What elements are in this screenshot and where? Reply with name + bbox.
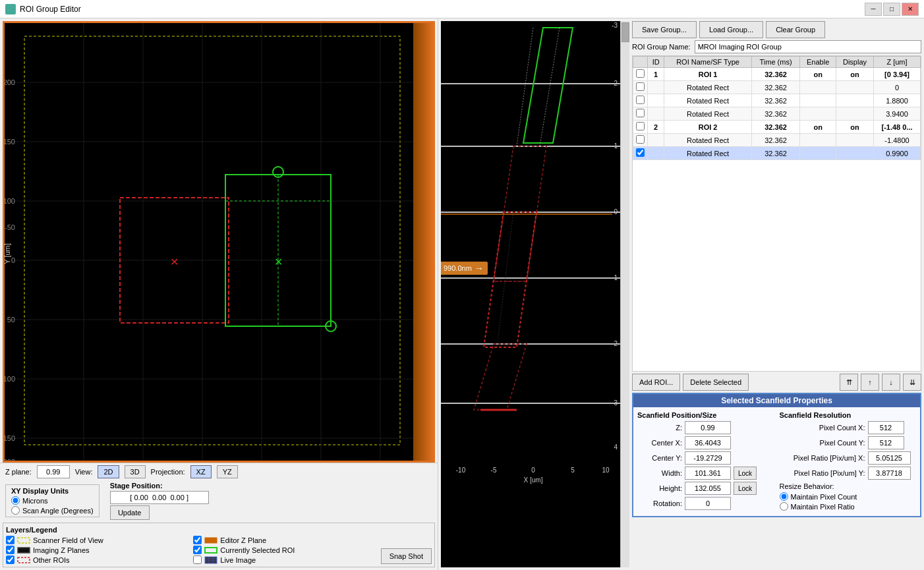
table-row[interactable]: Rotated Rect32.3620.9900 [633,147,921,160]
cell-name: Rotated Rect [664,147,752,160]
table-row[interactable]: 1ROI 132.362onon[0 3.94] [633,68,921,81]
view-label: View: [75,468,93,476]
proj-xz-button[interactable]: XZ [190,465,212,478]
resize-behavior-label: Resize Behavior: [780,482,917,490]
pixel-ratio-x-label: Pixel Ratio [Pix/um] X: [780,454,865,462]
roi-group-name-input[interactable] [695,40,921,53]
zplane-input[interactable] [37,465,70,478]
zx-canvas-svg: -3 -2 -1 0 1 2 3 4 Sample Z [um] [441,21,627,567]
move-top-button[interactable]: ⇈ [840,374,858,391]
selected-roi-checkbox[interactable] [193,546,202,554]
cell-name: Rotated Rect [664,134,752,147]
table-row[interactable]: Rotated Rect32.3621.8800 [633,94,921,107]
proj-yz-button[interactable]: YZ [217,465,238,478]
height-lock-button[interactable]: Lock [734,482,757,495]
editor-zplane-label: Editor Z Plane [220,536,266,544]
roi-group-name-label: ROI Group Name: [632,43,691,51]
close-button[interactable]: ✕ [902,3,919,16]
save-group-button[interactable]: Save Group... [632,21,697,38]
editor-zplane-checkbox[interactable] [193,536,202,544]
pixel-count-y-input[interactable] [868,436,904,449]
cell-z: -1.4800 [874,134,921,147]
table-row[interactable]: 2ROI 232.362onon[-1.48 0... [633,121,921,134]
wavelength-value: 990.0nm [444,264,472,272]
table-row[interactable]: Rotated Rect32.3623.9400 [633,107,921,121]
clear-group-button[interactable]: Clear Group [766,21,825,38]
pixel-ratio-y-input[interactable] [868,467,911,480]
imaging-planes-checkbox[interactable] [6,546,14,554]
minimize-button[interactable]: ─ [865,3,882,16]
svg-text:✕: ✕ [170,256,179,268]
cell-id: 1 [648,68,664,81]
cell-display [836,94,874,107]
svg-rect-41 [18,548,30,553]
cell-z: 1.8800 [874,94,921,107]
svg-text:X [um]: X [um] [524,476,543,484]
pixel-count-x-input[interactable] [868,421,904,434]
cell-time: 32.362 [751,107,799,121]
svg-text:100: 100 [5,375,15,383]
width-lock-button[interactable]: Lock [734,467,757,480]
live-image-checkbox[interactable] [193,556,202,564]
cell-enable [800,147,836,160]
load-group-button[interactable]: Load Group... [699,21,763,38]
row-checkbox[interactable] [636,122,645,130]
width-input[interactable] [685,467,731,480]
row-checkbox[interactable] [636,135,645,144]
maintain-pixel-ratio-radio[interactable] [780,502,788,511]
cell-display: on [836,121,874,134]
height-input[interactable] [685,482,731,495]
delete-selected-button[interactable]: Delete Selected [683,374,749,391]
move-up-button[interactable]: ↑ [861,374,879,391]
svg-text:-3: -3 [612,22,618,29]
table-row[interactable]: Rotated Rect32.3620 [633,81,921,94]
svg-text:150: 150 [5,434,15,442]
row-checkbox[interactable] [636,148,645,157]
scan-angle-radio[interactable] [11,506,20,515]
width-label: Width: [637,469,682,477]
svg-text:-50: -50 [5,223,15,231]
stage-position-input[interactable] [110,491,209,504]
legend-editor-zplane: Editor Z Plane [193,536,375,544]
microns-radio[interactable] [11,496,20,505]
row-checkbox[interactable] [636,82,645,91]
col-id: ID [648,57,664,68]
z-input[interactable] [685,421,731,434]
row-checkbox[interactable] [636,96,645,104]
app-icon [5,4,16,14]
pos-size-title: Scanfield Position/Size [637,411,774,419]
center-y-input[interactable] [685,451,731,465]
svg-rect-40 [18,538,30,543]
zx-scrollbar-thumb[interactable] [621,22,629,42]
scanner-fov-checkbox[interactable] [6,536,14,544]
maintain-pixel-ratio-label: Maintain Pixel Ratio [791,503,855,511]
row-checkbox[interactable] [636,69,645,78]
view-3d-button[interactable]: 3D [125,465,146,478]
maintain-pixel-count-radio[interactable] [780,492,788,501]
other-rois-checkbox[interactable] [6,556,14,564]
move-down-button[interactable]: ↓ [882,374,900,391]
stage-position-group: Stage Position: Update [110,482,209,520]
svg-text:200: 200 [5,458,15,461]
pixel-ratio-x-input[interactable] [868,451,911,465]
center-x-input[interactable] [685,436,731,449]
snap-shot-button[interactable]: Snap Shot [381,548,432,564]
scanfield-props-panel: Selected Scanfield Properties Scanfield … [632,393,921,517]
maximize-button[interactable]: □ [883,3,900,16]
col-z: Z [um] [874,57,921,68]
cell-display [836,81,874,94]
update-button[interactable]: Update [110,505,150,520]
legend-imaging-planes: Imaging Z Planes [6,546,188,554]
resolution-title: Scanfield Resolution [780,411,917,419]
zx-scrollbar[interactable] [620,21,629,567]
add-roi-button[interactable]: Add ROI... [632,374,680,391]
move-bottom-button[interactable]: ⇊ [903,374,921,391]
rotation-input[interactable] [685,497,731,510]
table-row[interactable]: Rotated Rect32.362-1.4800 [633,134,921,147]
cell-name: Rotated Rect [664,81,752,94]
svg-rect-45 [205,557,217,563]
view-2d-button[interactable]: 2D [98,465,119,478]
legend-live-image: Live Image [193,556,375,564]
row-checkbox[interactable] [636,109,645,117]
cell-enable [800,134,836,147]
